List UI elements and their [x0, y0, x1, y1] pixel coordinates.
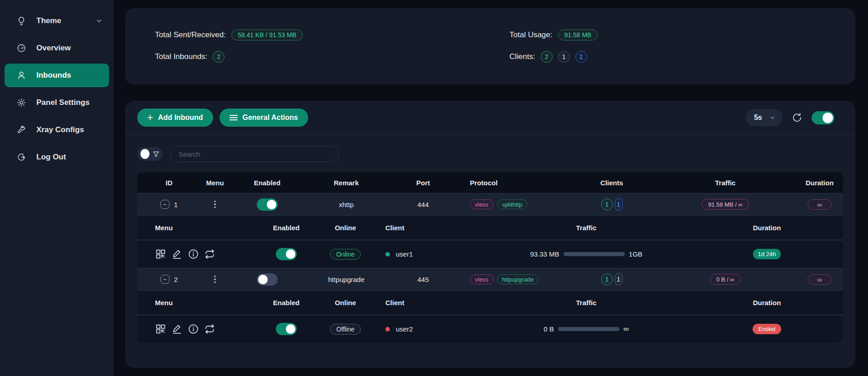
logout-icon — [16, 152, 26, 162]
chevron-down-icon — [95, 17, 103, 25]
traffic-progress-bar — [564, 252, 625, 256]
main-content: Total Sent/Received: 58.41 KB / 91.53 MB… — [114, 0, 868, 376]
collapse-row-button[interactable]: − — [160, 200, 170, 209]
qr-code-icon[interactable] — [155, 323, 166, 335]
subcol-duration: Duration — [691, 224, 843, 232]
inbound-port: 444 — [387, 201, 459, 208]
clients-online-badge: 1 — [575, 51, 587, 63]
traffic-used: 0 B — [544, 325, 554, 333]
online-status-badge: Online — [330, 249, 361, 260]
col-traffic: Traffic — [654, 179, 796, 187]
gauge-icon — [16, 43, 26, 53]
subcol-menu: Menu — [137, 224, 254, 232]
client-count-badge: 1 — [601, 273, 613, 285]
client-enabled-toggle[interactable] — [276, 248, 297, 260]
bulb-icon — [16, 16, 26, 26]
inbound-row: − 1 xhttp 444 vless splithttp — [137, 193, 843, 216]
sidebar-item-label: Overview — [36, 44, 71, 53]
col-enabled: Enabled — [229, 179, 305, 187]
client-row: Online user1 93.33 MB 1GB 1d 24h — [137, 240, 843, 268]
sidebar-item-label: Inbounds — [36, 71, 71, 80]
traffic-progress-bar — [558, 327, 619, 331]
col-duration: Duration — [796, 179, 843, 187]
client-count-badge: 1 — [601, 198, 613, 210]
theme-selector[interactable]: Theme — [5, 9, 109, 33]
refresh-interval-select[interactable]: 5s — [746, 109, 783, 126]
qr-code-icon[interactable] — [155, 248, 166, 260]
subcol-client: Client — [373, 224, 482, 232]
col-remark: Remark — [305, 179, 387, 187]
col-id: ID — [137, 179, 201, 187]
search-row — [125, 135, 855, 170]
client-status-dot — [385, 327, 390, 331]
traffic-used: 93.33 MB — [530, 250, 559, 258]
client-table-header: Menu Enabled Online Client Traffic Durat… — [137, 291, 843, 315]
client-enabled-toggle[interactable] — [276, 323, 297, 335]
inbound-id: 2 — [174, 276, 178, 283]
stat-total-inbounds: Total Inbounds: 2 — [155, 50, 509, 64]
inbounds-card: + Add Inbound General Actions 5s — [125, 101, 855, 368]
subcol-online: Online — [318, 224, 373, 232]
plus-icon: + — [147, 113, 153, 123]
duration-badge: ∞ — [808, 274, 832, 285]
info-icon[interactable] — [188, 323, 199, 335]
client-status-dot — [385, 252, 390, 257]
sidebar-item-log-out[interactable]: Log Out — [5, 145, 109, 169]
inbound-enabled-toggle[interactable] — [257, 273, 278, 286]
transport-tag: httpupgrade — [497, 274, 539, 284]
sidebar-item-inbounds[interactable]: Inbounds — [5, 64, 109, 87]
hamburger-icon — [229, 114, 238, 121]
protocol-tag: vless — [470, 274, 494, 284]
app-window: Theme Overview Inbounds — [0, 0, 868, 376]
client-name: user1 — [396, 250, 413, 258]
table-header: ID Menu Enabled Remark Port Protocol Cli… — [137, 172, 843, 193]
client-online-badge: 1 — [615, 273, 623, 286]
stat-total-usage: Total Usage: 91.58 MB — [509, 28, 855, 42]
info-icon[interactable] — [188, 248, 199, 260]
reset-traffic-icon[interactable] — [204, 323, 215, 335]
funnel-icon — [153, 151, 160, 158]
col-port: Port — [387, 179, 459, 187]
inbound-row: − 2 httpupgrade 445 vless httpupgrade — [137, 268, 843, 291]
row-menu-button[interactable] — [212, 199, 218, 210]
subcol-duration: Duration — [691, 299, 843, 307]
sidebar-item-panel-settings[interactable]: Panel Settings — [5, 91, 109, 114]
subcol-menu: Menu — [137, 299, 254, 307]
stat-clients: Clients: 2 1 1 — [509, 50, 855, 64]
sidebar-item-overview[interactable]: Overview — [5, 36, 109, 60]
client-row: Offline user2 0 B ∞ Ended — [137, 315, 843, 343]
clients-deactive-badge: 1 — [558, 51, 570, 63]
traffic-total: 1GB — [629, 250, 643, 258]
auto-refresh-toggle[interactable] — [812, 111, 834, 124]
stat-sent-received: Total Sent/Received: 58.41 KB / 91.53 MB — [155, 28, 509, 42]
stat-label: Total Usage: — [509, 30, 553, 40]
client-name: user2 — [396, 325, 413, 333]
inbound-remark: httpupgrade — [305, 276, 387, 283]
inbound-enabled-toggle[interactable] — [257, 198, 278, 211]
stat-label: Total Sent/Received: — [155, 30, 226, 40]
sent-received-badge: 58.41 KB / 91.53 MB — [231, 30, 303, 40]
collapse-row-button[interactable]: − — [160, 275, 170, 284]
sidebar: Theme Overview Inbounds — [0, 0, 114, 376]
reset-traffic-icon[interactable] — [204, 248, 215, 260]
inbound-id: 1 — [174, 201, 178, 208]
col-clients: Clients — [569, 179, 654, 187]
search-input[interactable] — [170, 146, 339, 162]
edit-icon[interactable] — [171, 248, 183, 260]
user-icon — [16, 70, 26, 80]
client-duration-badge: 1d 24h — [753, 249, 781, 259]
edit-icon[interactable] — [171, 323, 183, 335]
stat-label: Total Inbounds: — [155, 52, 207, 61]
inbound-port: 445 — [387, 276, 459, 283]
col-menu: Menu — [201, 179, 229, 187]
row-menu-button[interactable] — [212, 274, 218, 285]
sidebar-item-xray-configs[interactable]: Xray Configs — [5, 118, 109, 142]
subcol-online: Online — [318, 299, 373, 307]
general-actions-button[interactable]: General Actions — [219, 109, 308, 127]
client-table-header: Menu Enabled Online Client Traffic Durat… — [137, 216, 843, 240]
filter-toggle[interactable] — [137, 147, 163, 161]
protocol-tag: vless — [470, 199, 494, 209]
add-inbound-button[interactable]: + Add Inbound — [137, 109, 213, 127]
sidebar-item-label: Panel Settings — [36, 98, 90, 107]
refresh-icon[interactable] — [792, 112, 803, 123]
